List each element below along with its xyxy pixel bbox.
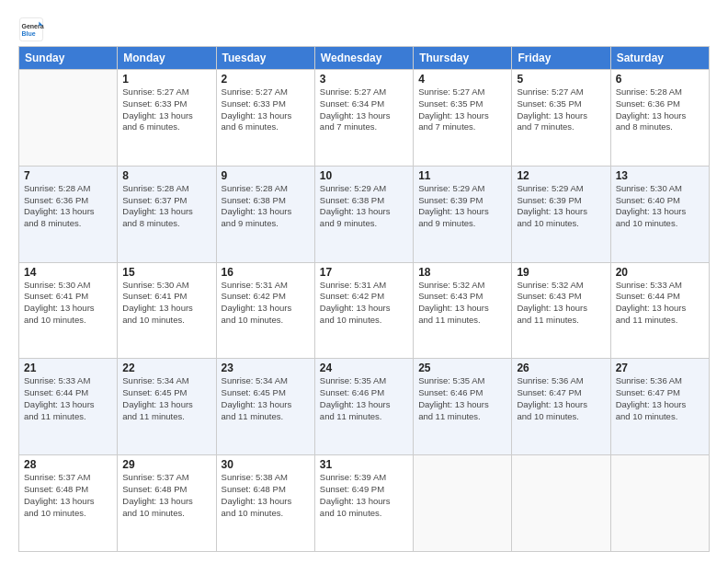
day-number: 9 [222, 169, 310, 182]
day-number: 14 [24, 266, 112, 279]
day-info: Sunrise: 5:28 AM Sunset: 6:36 PM Dayligh… [24, 183, 112, 230]
day-info: Sunrise: 5:33 AM Sunset: 6:44 PM Dayligh… [616, 280, 704, 327]
day-info: Sunrise: 5:30 AM Sunset: 6:41 PM Dayligh… [24, 280, 112, 327]
day-info: Sunrise: 5:35 AM Sunset: 6:46 PM Dayligh… [418, 375, 506, 422]
day-number: 10 [320, 169, 408, 182]
calendar-cell: 8Sunrise: 5:28 AM Sunset: 6:37 PM Daylig… [118, 166, 216, 262]
calendar-cell: 16Sunrise: 5:31 AM Sunset: 6:42 PM Dayli… [216, 262, 314, 359]
day-number: 2 [222, 73, 310, 86]
day-info: Sunrise: 5:38 AM Sunset: 6:48 PM Dayligh… [222, 472, 310, 519]
day-info: Sunrise: 5:29 AM Sunset: 6:39 PM Dayligh… [418, 183, 506, 230]
day-info: Sunrise: 5:27 AM Sunset: 6:33 PM Dayligh… [222, 86, 310, 133]
logo-icon: General Blue [18, 17, 44, 42]
calendar-cell: 1Sunrise: 5:27 AM Sunset: 6:33 PM Daylig… [118, 70, 216, 167]
calendar-week-row: 14Sunrise: 5:30 AM Sunset: 6:41 PM Dayli… [19, 262, 710, 359]
day-info: Sunrise: 5:37 AM Sunset: 6:48 PM Dayligh… [122, 472, 210, 519]
day-number: 24 [320, 362, 408, 374]
svg-rect-0 [19, 17, 42, 40]
day-number: 26 [517, 362, 605, 374]
calendar-cell: 4Sunrise: 5:27 AM Sunset: 6:35 PM Daylig… [414, 70, 512, 167]
day-info: Sunrise: 5:36 AM Sunset: 6:47 PM Dayligh… [517, 375, 605, 422]
header: General Blue [18, 17, 710, 42]
day-info: Sunrise: 5:36 AM Sunset: 6:47 PM Dayligh… [616, 375, 704, 422]
calendar-week-row: 28Sunrise: 5:37 AM Sunset: 6:48 PM Dayli… [19, 455, 710, 552]
calendar-cell: 14Sunrise: 5:30 AM Sunset: 6:41 PM Dayli… [19, 262, 118, 359]
calendar-cell: 5Sunrise: 5:27 AM Sunset: 6:35 PM Daylig… [512, 70, 610, 167]
day-info: Sunrise: 5:30 AM Sunset: 6:41 PM Dayligh… [122, 280, 210, 327]
logo: General Blue [18, 17, 48, 42]
calendar-cell: 22Sunrise: 5:34 AM Sunset: 6:45 PM Dayli… [118, 359, 216, 455]
day-info: Sunrise: 5:28 AM Sunset: 6:36 PM Dayligh… [616, 86, 704, 133]
day-number: 17 [320, 266, 408, 279]
day-info: Sunrise: 5:27 AM Sunset: 6:35 PM Dayligh… [517, 86, 605, 133]
day-number: 22 [122, 362, 210, 374]
day-number: 30 [222, 458, 310, 471]
calendar-header-row: SundayMondayTuesdayWednesdayThursdayFrid… [19, 47, 710, 70]
day-number: 7 [24, 169, 112, 182]
col-header-saturday: Saturday [610, 47, 709, 70]
calendar-cell: 21Sunrise: 5:33 AM Sunset: 6:44 PM Dayli… [19, 359, 118, 455]
calendar-cell: 3Sunrise: 5:27 AM Sunset: 6:34 PM Daylig… [314, 70, 413, 167]
day-info: Sunrise: 5:39 AM Sunset: 6:49 PM Dayligh… [320, 472, 408, 519]
day-info: Sunrise: 5:31 AM Sunset: 6:42 PM Dayligh… [320, 280, 408, 327]
day-number: 18 [418, 266, 506, 279]
calendar-cell [610, 455, 709, 552]
day-number: 16 [222, 266, 310, 279]
page: General Blue SundayMondayTuesdayWednesda… [0, 0, 728, 563]
day-info: Sunrise: 5:31 AM Sunset: 6:42 PM Dayligh… [222, 280, 310, 327]
calendar-cell: 10Sunrise: 5:29 AM Sunset: 6:38 PM Dayli… [314, 166, 413, 262]
calendar-cell: 2Sunrise: 5:27 AM Sunset: 6:33 PM Daylig… [216, 70, 314, 167]
day-info: Sunrise: 5:28 AM Sunset: 6:38 PM Dayligh… [222, 183, 310, 230]
day-info: Sunrise: 5:27 AM Sunset: 6:35 PM Dayligh… [418, 86, 506, 133]
calendar-cell [19, 70, 118, 167]
day-number: 8 [122, 169, 210, 182]
day-number: 6 [616, 73, 704, 86]
day-number: 19 [517, 266, 605, 279]
svg-text:Blue: Blue [22, 30, 36, 37]
day-number: 11 [418, 169, 506, 182]
calendar-cell: 28Sunrise: 5:37 AM Sunset: 6:48 PM Dayli… [19, 455, 118, 552]
col-header-tuesday: Tuesday [216, 47, 314, 70]
calendar-cell: 9Sunrise: 5:28 AM Sunset: 6:38 PM Daylig… [216, 166, 314, 262]
day-info: Sunrise: 5:37 AM Sunset: 6:48 PM Dayligh… [24, 472, 112, 519]
calendar-cell: 13Sunrise: 5:30 AM Sunset: 6:40 PM Dayli… [610, 166, 709, 262]
day-info: Sunrise: 5:35 AM Sunset: 6:46 PM Dayligh… [320, 375, 408, 422]
calendar-week-row: 7Sunrise: 5:28 AM Sunset: 6:36 PM Daylig… [19, 166, 710, 262]
col-header-friday: Friday [512, 47, 610, 70]
col-header-monday: Monday [118, 47, 216, 70]
calendar-cell: 30Sunrise: 5:38 AM Sunset: 6:48 PM Dayli… [216, 455, 314, 552]
day-info: Sunrise: 5:33 AM Sunset: 6:44 PM Dayligh… [24, 375, 112, 422]
day-number: 23 [222, 362, 310, 374]
col-header-wednesday: Wednesday [314, 47, 413, 70]
day-number: 28 [24, 458, 112, 471]
col-header-sunday: Sunday [19, 47, 118, 70]
calendar-cell: 23Sunrise: 5:34 AM Sunset: 6:45 PM Dayli… [216, 359, 314, 455]
calendar-cell [512, 455, 610, 552]
day-number: 21 [24, 362, 112, 374]
calendar-cell: 24Sunrise: 5:35 AM Sunset: 6:46 PM Dayli… [314, 359, 413, 455]
calendar-cell [414, 455, 512, 552]
day-info: Sunrise: 5:27 AM Sunset: 6:34 PM Dayligh… [320, 86, 408, 133]
day-info: Sunrise: 5:30 AM Sunset: 6:40 PM Dayligh… [616, 183, 704, 230]
calendar-cell: 17Sunrise: 5:31 AM Sunset: 6:42 PM Dayli… [314, 262, 413, 359]
day-number: 5 [517, 73, 605, 86]
day-info: Sunrise: 5:32 AM Sunset: 6:43 PM Dayligh… [418, 280, 506, 327]
day-info: Sunrise: 5:34 AM Sunset: 6:45 PM Dayligh… [122, 375, 210, 422]
day-number: 31 [320, 458, 408, 471]
day-number: 1 [122, 73, 210, 86]
calendar-week-row: 21Sunrise: 5:33 AM Sunset: 6:44 PM Dayli… [19, 359, 710, 455]
day-info: Sunrise: 5:27 AM Sunset: 6:33 PM Dayligh… [122, 86, 210, 133]
calendar-cell: 19Sunrise: 5:32 AM Sunset: 6:43 PM Dayli… [512, 262, 610, 359]
calendar-table: SundayMondayTuesdayWednesdayThursdayFrid… [18, 46, 710, 552]
calendar-cell: 11Sunrise: 5:29 AM Sunset: 6:39 PM Dayli… [414, 166, 512, 262]
day-info: Sunrise: 5:29 AM Sunset: 6:39 PM Dayligh… [517, 183, 605, 230]
calendar-week-row: 1Sunrise: 5:27 AM Sunset: 6:33 PM Daylig… [19, 70, 710, 167]
day-number: 3 [320, 73, 408, 86]
calendar-cell: 31Sunrise: 5:39 AM Sunset: 6:49 PM Dayli… [314, 455, 413, 552]
calendar-cell: 7Sunrise: 5:28 AM Sunset: 6:36 PM Daylig… [19, 166, 118, 262]
day-info: Sunrise: 5:34 AM Sunset: 6:45 PM Dayligh… [222, 375, 310, 422]
day-info: Sunrise: 5:28 AM Sunset: 6:37 PM Dayligh… [122, 183, 210, 230]
day-number: 12 [517, 169, 605, 182]
calendar-cell: 6Sunrise: 5:28 AM Sunset: 6:36 PM Daylig… [610, 70, 709, 167]
calendar-cell: 27Sunrise: 5:36 AM Sunset: 6:47 PM Dayli… [610, 359, 709, 455]
